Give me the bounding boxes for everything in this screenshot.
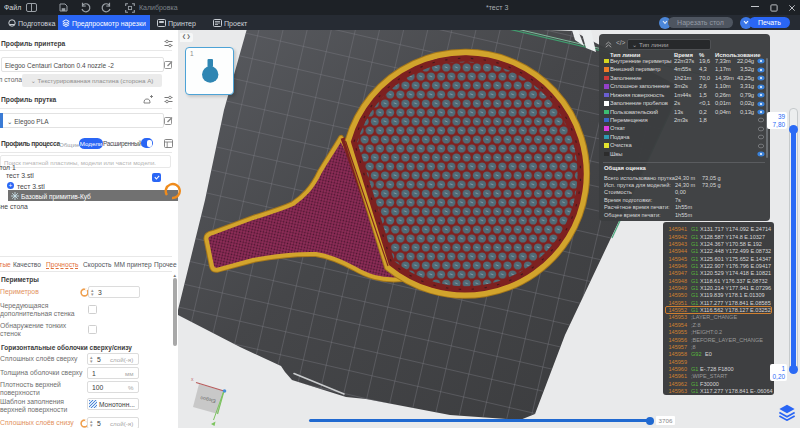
svg-text:x: x xyxy=(191,376,194,382)
